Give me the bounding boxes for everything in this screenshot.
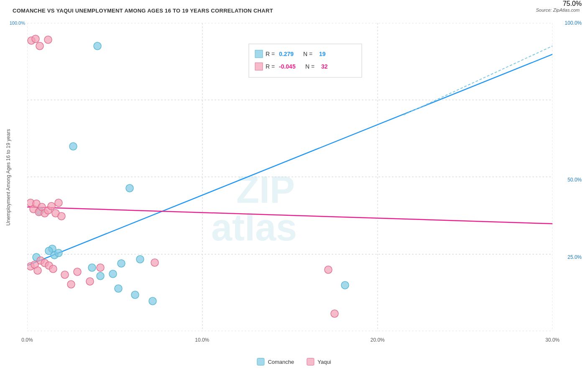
y-right-25: 25.0% [568,254,582,260]
chart-title: COMANCHE VS YAQUI UNEMPLOYMENT AMONG AGE… [13,8,273,14]
svg-point-60 [325,266,332,273]
svg-point-28 [115,285,122,292]
svg-point-49 [34,267,41,274]
svg-line-12 [404,46,552,115]
svg-point-34 [36,42,43,50]
svg-point-16 [126,184,133,192]
x-tick-30: 30.0% [545,337,560,343]
svg-point-20 [45,247,53,255]
yaqui-label: Yaqui [317,359,331,365]
svg-point-21 [55,249,62,257]
svg-text:N =: N = [303,51,312,57]
svg-point-45 [55,199,62,207]
legend-comanche: Comanche [257,358,294,365]
svg-point-46 [58,212,65,220]
legend-yaqui: Yaqui [307,358,331,365]
svg-point-15 [69,143,77,150]
x-tick-0: 0.0% [21,337,33,343]
svg-point-29 [131,291,139,299]
svg-text:0.279: 0.279 [279,51,294,57]
comanche-label: Comanche [268,359,294,365]
svg-point-24 [118,260,125,267]
svg-point-14 [94,42,101,50]
svg-point-35 [44,36,52,43]
x-tick-10: 10.0% [195,337,209,343]
y-axis-label: Unemployment Among Ages 16 to 19 years [5,129,11,225]
svg-point-33 [32,35,39,43]
y-right-75: 75.0% [563,0,582,8]
svg-text:R =: R = [266,51,275,57]
svg-point-56 [74,268,81,276]
yaqui-swatch [307,358,314,365]
svg-point-55 [67,281,75,288]
bottom-legend: Comanche Yaqui [257,358,331,365]
svg-text:N =: N = [305,63,314,70]
x-tick-20: 20.0% [371,337,385,343]
svg-rect-62 [249,44,362,77]
svg-text:32: 32 [321,63,328,70]
svg-point-43 [48,202,55,210]
svg-point-27 [97,272,104,280]
y-right-50: 50.0% [568,177,582,183]
svg-point-54 [61,271,69,278]
y-right-100: 100.0% [565,20,582,26]
svg-text:ZIP: ZIP [236,169,295,211]
chart-container: COMANCHE VS YAQUI UNEMPLOYMENT AMONG AGE… [0,0,588,373]
svg-point-57 [86,278,94,285]
svg-text:19: 19 [319,51,326,57]
svg-point-59 [151,259,159,266]
comanche-swatch [257,358,264,365]
svg-point-53 [49,265,57,273]
svg-text:-0.045: -0.045 [279,63,296,70]
svg-rect-63 [255,50,263,58]
svg-point-30 [149,297,156,305]
svg-rect-68 [255,63,263,70]
chart-svg: ZIP atlas [27,23,552,331]
source-text: Source: ZipAtlas.com [536,8,580,13]
svg-text:R =: R = [266,63,275,70]
svg-point-61 [331,310,338,317]
y-tick-100: 100.0% [10,20,25,26]
svg-point-58 [97,264,104,271]
svg-point-31 [341,281,349,289]
svg-point-25 [136,255,144,263]
svg-point-23 [88,264,96,271]
svg-point-26 [109,270,117,278]
